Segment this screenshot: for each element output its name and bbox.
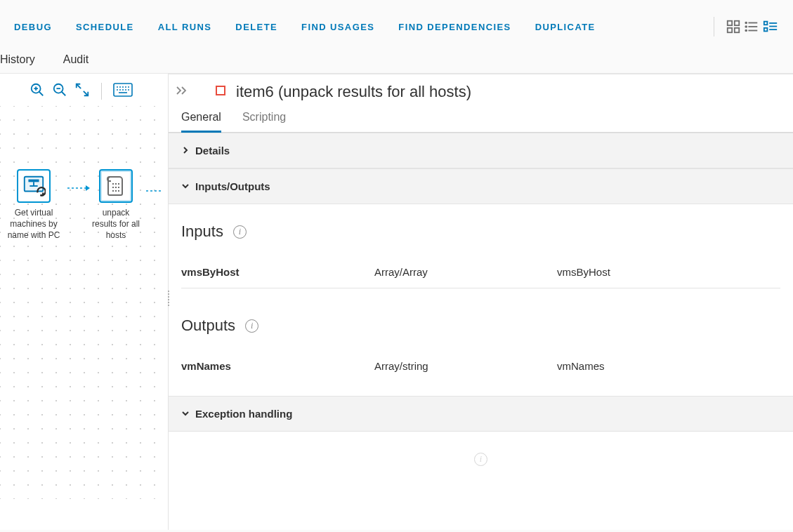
workflow-canvas[interactable]: Get virtual machines by name with PC — [0, 106, 168, 499]
chevron-down-icon — [181, 408, 190, 420]
svg-point-8 — [745, 26, 747, 27]
chevron-right-icon — [181, 145, 190, 157]
tab-history[interactable]: History — [0, 53, 35, 66]
spacer — [181, 288, 780, 317]
detail-title: item6 (unpack results for all hosts) — [236, 83, 471, 101]
inputs-heading: Inputs i — [181, 222, 780, 241]
input-name: vmsByHost — [181, 266, 374, 278]
action-bar: DEBUG SCHEDULE ALL RUNS DELETE FIND USAG… — [0, 0, 793, 53]
section-title: Exception handling — [195, 408, 292, 420]
svg-line-23 — [84, 91, 88, 95]
section-title: Inputs/Outputs — [195, 180, 270, 192]
section-exception-header[interactable]: Exception handling — [169, 396, 793, 432]
section-details-header[interactable]: Details — [169, 133, 793, 168]
detail-pane: item6 (unpack results for all hosts) Gen… — [169, 74, 793, 530]
detail-tabs: General Scripting — [169, 107, 793, 133]
outputs-label: Outputs — [181, 317, 235, 335]
info-icon[interactable]: i — [233, 225, 247, 239]
svg-point-7 — [745, 22, 747, 24]
canvas-pane: Get virtual machines by name with PC — [0, 74, 169, 530]
workflow-node-get-vms[interactable]: Get virtual machines by name with PC — [6, 169, 62, 241]
view-switch — [726, 19, 779, 34]
fit-screen-icon[interactable] — [74, 82, 90, 100]
workflow-node-box-selected — [99, 169, 133, 203]
svg-rect-12 — [764, 28, 768, 32]
svg-rect-0 — [728, 21, 732, 25]
delete-button[interactable]: DELETE — [235, 22, 277, 32]
find-dependencies-button[interactable]: FIND DEPENDENCIES — [398, 22, 511, 32]
toolbar-divider — [714, 17, 714, 36]
outputs-heading: Outputs i — [181, 317, 780, 335]
flow-arrow-out — [146, 185, 164, 197]
zoom-in-icon[interactable] — [30, 82, 45, 100]
info-icon[interactable]: i — [245, 319, 258, 333]
svg-rect-46 — [216, 86, 225, 95]
output-row: vmNames Array/string vmNames — [181, 350, 780, 382]
svg-rect-10 — [764, 22, 768, 25]
node-label: unpack results for all hosts — [91, 207, 140, 241]
workflow-node-box — [17, 169, 51, 203]
grid-view-icon[interactable] — [726, 19, 741, 34]
list-view-icon[interactable] — [744, 19, 759, 34]
input-type: Array/Array — [374, 266, 557, 278]
svg-line-20 — [62, 92, 66, 96]
svg-rect-3 — [735, 28, 739, 32]
svg-point-9 — [745, 30, 747, 32]
action-list: DEBUG SCHEDULE ALL RUNS DELETE FIND USAG… — [14, 22, 702, 32]
svg-rect-1 — [735, 21, 739, 25]
flow-arrow — [67, 185, 90, 186]
expand-panel-icon[interactable] — [176, 86, 188, 98]
tree-view-icon[interactable] — [762, 19, 779, 34]
inputs-label: Inputs — [181, 222, 223, 241]
canvas-toolbar — [0, 74, 168, 106]
schedule-button[interactable]: SCHEDULE — [76, 22, 134, 32]
tab-scripting[interactable]: Scripting — [242, 111, 286, 132]
sub-tabs: History Audit — [0, 53, 793, 74]
output-type: Array/string — [374, 360, 557, 372]
output-binding: vmNames — [557, 360, 780, 372]
input-row: vmsByHost Array/Array vmsByHost — [181, 256, 780, 288]
svg-line-22 — [77, 84, 81, 88]
svg-rect-37 — [28, 180, 39, 182]
input-binding: vmsByHost — [557, 266, 780, 278]
svg-line-16 — [39, 92, 44, 96]
info-icon: i — [474, 453, 487, 466]
toolbar-separator — [101, 83, 102, 100]
chevron-down-icon — [181, 180, 190, 192]
output-name: vmNames — [181, 360, 374, 372]
script-item-icon — [215, 85, 226, 99]
keyboard-icon[interactable] — [113, 83, 133, 100]
section-exception-body: i — [169, 432, 793, 480]
exception-content: i — [181, 453, 780, 466]
section-title: Details — [195, 145, 230, 157]
tab-general[interactable]: General — [181, 111, 221, 133]
svg-marker-41 — [86, 185, 90, 191]
node-label: Get virtual machines by name with PC — [6, 207, 62, 241]
debug-button[interactable]: DEBUG — [14, 22, 52, 32]
section-io-header[interactable]: Inputs/Outputs — [169, 168, 793, 204]
all-runs-button[interactable]: ALL RUNS — [158, 22, 212, 32]
section-io-body: Inputs i vmsByHost Array/Array vmsByHost… — [169, 204, 793, 396]
duplicate-button[interactable]: DUPLICATE — [535, 22, 596, 32]
zoom-out-icon[interactable] — [52, 82, 67, 100]
detail-header: item6 (unpack results for all hosts) — [169, 74, 793, 107]
pane-resize-handle[interactable] — [166, 284, 171, 312]
svg-rect-2 — [728, 28, 732, 32]
workflow-node-unpack[interactable]: unpack results for all hosts — [91, 169, 140, 241]
tab-audit[interactable]: Audit — [63, 53, 89, 66]
find-usages-button[interactable]: FIND USAGES — [301, 22, 374, 32]
main-split: Get virtual machines by name with PC — [0, 74, 793, 530]
